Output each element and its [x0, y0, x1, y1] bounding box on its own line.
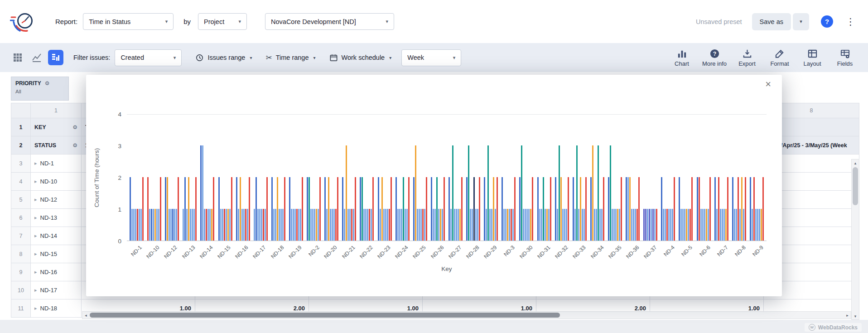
chart-bar[interactable]	[684, 209, 685, 241]
chart-bar[interactable]	[151, 209, 152, 241]
chart-bar[interactable]	[638, 177, 640, 241]
chart-bar[interactable]	[643, 209, 645, 241]
chart-bar[interactable]	[626, 177, 627, 241]
chart-bar[interactable]	[691, 177, 693, 241]
gear-icon[interactable]: ⚙	[45, 80, 50, 87]
chart-bar[interactable]	[165, 177, 166, 241]
chart-bar[interactable]	[397, 209, 399, 241]
chart-bar[interactable]	[519, 177, 521, 241]
chart-bar[interactable]	[363, 209, 365, 241]
chart-bar[interactable]	[486, 209, 487, 241]
chart-bar[interactable]	[601, 209, 603, 241]
chart-bar[interactable]	[426, 177, 427, 241]
chart-bar[interactable]	[347, 209, 349, 241]
chart-bar[interactable]	[699, 177, 700, 241]
more-info-action-button[interactable]: ? More info	[701, 48, 728, 67]
chart-bar[interactable]	[539, 209, 540, 241]
chart-bar[interactable]	[727, 177, 728, 241]
chart-bar[interactable]	[723, 209, 725, 241]
issue-key-cell[interactable]: ▸ND-13	[31, 209, 82, 227]
more-menu-button[interactable]: ⋮	[843, 16, 858, 27]
chart-bar[interactable]	[562, 209, 564, 241]
chart-bar[interactable]	[142, 177, 144, 241]
chart-bar[interactable]	[241, 209, 243, 241]
chart-bar[interactable]	[665, 209, 666, 241]
chart-bar[interactable]	[351, 209, 352, 241]
chart-bar[interactable]	[147, 177, 149, 241]
chart-bar[interactable]	[160, 177, 161, 241]
chart-bar[interactable]	[505, 209, 506, 241]
chart-bar[interactable]	[332, 209, 333, 241]
chart-bar[interactable]	[371, 209, 372, 241]
chart-bar[interactable]	[594, 209, 595, 241]
chart-bar[interactable]	[738, 177, 739, 241]
chart-view-button[interactable]	[29, 50, 44, 65]
chart-bar[interactable]	[612, 209, 613, 241]
chart-bar[interactable]	[546, 209, 548, 241]
chart-action-button[interactable]: Chart	[669, 48, 695, 67]
priority-filter[interactable]: PRIORITY ⚙ All	[11, 77, 69, 101]
chart-bar[interactable]	[207, 209, 209, 241]
chart-bar[interactable]	[263, 209, 264, 241]
chart-bar[interactable]	[512, 209, 514, 241]
vertical-scrollbar[interactable]: ▴ ▾	[851, 159, 859, 320]
chart-bar[interactable]	[236, 177, 237, 241]
chart-bar[interactable]	[170, 209, 172, 241]
chart-bar[interactable]	[291, 209, 292, 241]
chart-bar[interactable]	[149, 209, 150, 241]
chart-bar[interactable]	[682, 209, 684, 241]
chart-bar[interactable]	[690, 209, 691, 241]
chart-bar[interactable]	[456, 209, 457, 241]
chart-bar[interactable]	[633, 209, 634, 241]
expand-chevron-icon[interactable]: ▸	[34, 197, 37, 203]
chart-bar[interactable]	[511, 209, 512, 241]
chart-bar[interactable]	[697, 177, 698, 241]
save-as-dropdown-button[interactable]: ▾	[793, 13, 809, 30]
chart-bar[interactable]	[537, 177, 539, 241]
chart-bar[interactable]	[722, 209, 723, 241]
chart-bar[interactable]	[190, 209, 191, 241]
chart-bar[interactable]	[156, 209, 158, 241]
gear-icon[interactable]: ⚙	[72, 124, 77, 130]
chart-bar[interactable]	[265, 209, 266, 241]
layout-action-button[interactable]: Layout	[799, 48, 825, 67]
chart-bar[interactable]	[224, 209, 225, 241]
chart-bar[interactable]	[271, 177, 273, 241]
chart-bar[interactable]	[679, 177, 680, 241]
chart-bar[interactable]	[360, 177, 361, 241]
chart-bar[interactable]	[613, 209, 615, 241]
chart-bar[interactable]	[193, 209, 195, 241]
chart-bar[interactable]	[576, 145, 578, 241]
chart-bar[interactable]	[507, 209, 508, 241]
issue-key-cell[interactable]: ▸ND-10	[31, 173, 82, 191]
chart-bar[interactable]	[487, 145, 489, 241]
chart-bar[interactable]	[523, 209, 524, 241]
chart-bar[interactable]	[631, 209, 632, 241]
chart-bar[interactable]	[757, 209, 758, 241]
chart-bar[interactable]	[302, 177, 303, 241]
scroll-down-arrow-icon[interactable]: ▾	[852, 313, 859, 319]
chart-bar[interactable]	[330, 209, 331, 241]
chart-bar[interactable]	[195, 177, 197, 241]
chart-bar[interactable]	[192, 209, 193, 241]
chart-bar[interactable]	[732, 177, 733, 241]
chart-bar[interactable]	[293, 209, 294, 241]
scroll-left-arrow-icon[interactable]: ◂	[82, 312, 89, 319]
chart-bar[interactable]	[714, 177, 716, 241]
chart-bar[interactable]	[745, 177, 746, 241]
chart-bar[interactable]	[753, 177, 755, 241]
chart-bar[interactable]	[477, 209, 478, 241]
scope-select[interactable]: Project ▾	[198, 13, 247, 30]
report-type-select[interactable]: Time in Status ▾	[83, 13, 174, 30]
issue-key-cell[interactable]: ▸ND-18	[31, 299, 82, 318]
chart-bar[interactable]	[509, 209, 510, 241]
issues-range-button[interactable]: Issues range ▾	[195, 53, 252, 62]
chart-bar[interactable]	[240, 177, 241, 241]
week-select[interactable]: Week ▾	[401, 49, 461, 66]
chart-bar[interactable]	[596, 209, 597, 241]
issue-key-cell[interactable]: ▸ND-17	[31, 281, 82, 299]
chart-bar[interactable]	[158, 209, 159, 241]
chart-bar[interactable]	[130, 177, 131, 241]
chart-bar[interactable]	[227, 209, 229, 241]
fields-action-button[interactable]: Fields	[832, 48, 858, 67]
